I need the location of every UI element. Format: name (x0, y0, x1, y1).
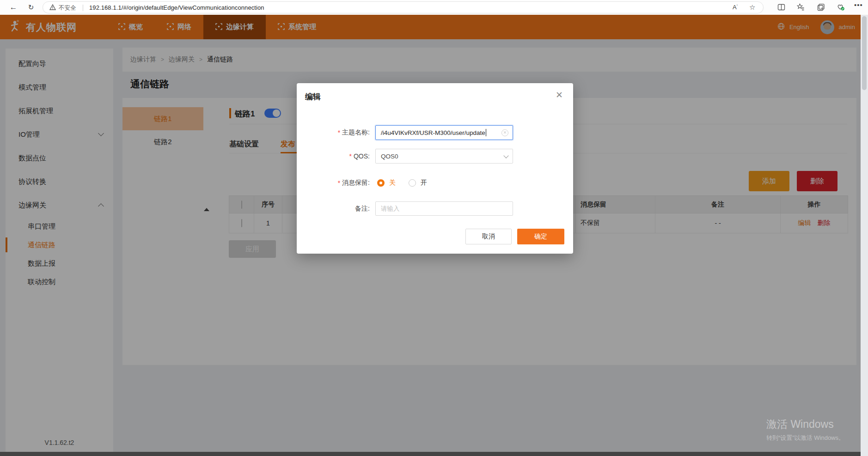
field-label-text: 消息保留: (342, 179, 370, 187)
clear-input-icon[interactable]: ✕ (501, 129, 508, 136)
collections-icon[interactable] (817, 3, 825, 12)
not-secure-warning-icon (49, 4, 56, 10)
close-icon[interactable]: ✕ (556, 90, 563, 100)
radio-retain-off[interactable] (377, 179, 385, 187)
field-label: *QOS: (349, 149, 370, 164)
field-label: 备注: (355, 201, 370, 216)
scrollbar-thumb[interactable] (862, 16, 867, 90)
qos-select[interactable]: QOS0 (375, 149, 513, 164)
chevron-down-icon (503, 153, 508, 158)
qos-selected-value: QOS0 (381, 153, 398, 160)
text-cursor (486, 129, 486, 136)
note-input[interactable] (375, 201, 513, 216)
split-screen-icon[interactable] (777, 3, 786, 12)
field-label-text: 备注: (355, 205, 370, 213)
read-aloud-icon[interactable]: A⁾ (733, 4, 738, 11)
radio-label-off[interactable]: 关 (389, 176, 396, 190)
favorite-star-icon[interactable]: ☆ (749, 3, 755, 12)
radio-retain-on[interactable] (409, 179, 416, 187)
security-label[interactable]: 不安全 (59, 4, 76, 12)
field-label: *主题名称: (338, 125, 370, 140)
required-asterisk: * (349, 152, 352, 160)
confirm-button[interactable]: 确定 (517, 229, 564, 244)
browser-essentials-icon[interactable] (837, 3, 845, 12)
field-qos: *QOS: QOS0 (297, 149, 573, 164)
favorites-hub-icon[interactable] (797, 3, 805, 12)
page-scrollbar[interactable] (861, 15, 868, 456)
url-text[interactable]: 192.168.1.1/#/origin/defaultEdge/ViewCom… (89, 4, 264, 11)
topic-name-value: /i4u4VIKvRXf/USR-M300/user/update (381, 129, 485, 136)
browser-refresh-icon[interactable]: ↻ (25, 2, 37, 13)
address-bar[interactable]: 不安全 192.168.1.1/#/origin/defaultEdge/Vie… (43, 1, 764, 13)
browser-toolbar: ← ↻ 不安全 192.168.1.1/#/origin/defaultEdge… (0, 0, 868, 15)
edit-dialog: 编辑 ✕ *主题名称: /i4u4VIKvRXf/USR-M300/user/u… (297, 83, 573, 254)
browser-menu-icon[interactable]: ••• (854, 1, 863, 9)
browser-back-icon[interactable]: ← (7, 2, 19, 13)
application-window: 有人物联网 概览 网络 边缘计算 系统管理 English (0, 0, 868, 456)
required-asterisk: * (338, 179, 340, 187)
field-label-text: QOS: (354, 152, 370, 160)
field-label-text: 主题名称: (342, 128, 370, 137)
required-asterisk: * (338, 129, 340, 136)
dialog-title: 编辑 (305, 91, 321, 102)
field-note: 备注: (297, 201, 573, 216)
radio-label-on[interactable]: 开 (421, 176, 427, 190)
field-topic-name: *主题名称: /i4u4VIKvRXf/USR-M300/user/update… (297, 125, 573, 140)
topic-name-input[interactable]: /i4u4VIKvRXf/USR-M300/user/update ✕ (375, 125, 513, 140)
cancel-button[interactable]: 取消 (465, 229, 512, 244)
field-label: *消息保留: (338, 176, 370, 190)
field-message-retain: *消息保留: 关 开 (297, 176, 573, 190)
divider (83, 5, 83, 11)
